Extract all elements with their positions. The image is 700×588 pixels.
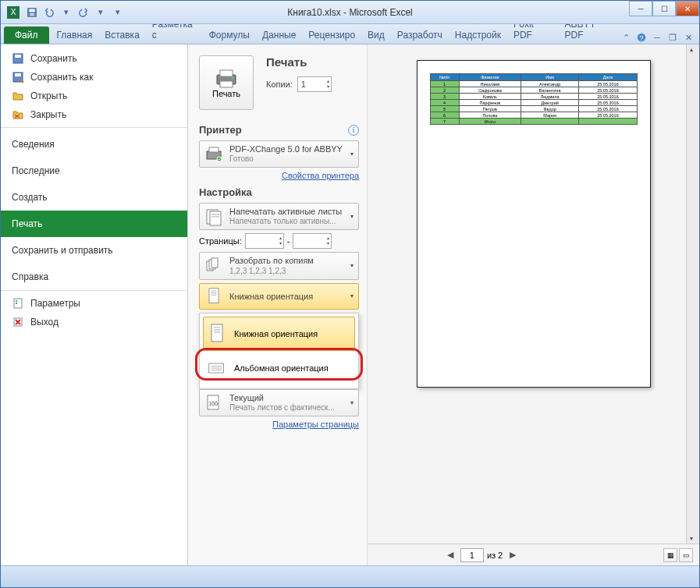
workbook-close-icon[interactable]: ✕ bbox=[682, 31, 695, 44]
printer-small-icon bbox=[204, 145, 223, 164]
ribbon-tabs: Файл Главная Вставка Разметка с Формулы … bbox=[1, 24, 699, 44]
save-icon[interactable] bbox=[24, 5, 40, 20]
page-setup-link[interactable]: Параметры страницы bbox=[199, 420, 359, 429]
print-preview-panel: №п/пФамилияИмяДата 1НиколаевАлександр25.… bbox=[368, 44, 699, 565]
prev-page-button[interactable]: ◀ bbox=[443, 548, 457, 562]
sheets-icon bbox=[204, 207, 223, 226]
sidebar-recent[interactable]: Последние bbox=[1, 158, 187, 184]
print-title: Печать bbox=[266, 55, 332, 69]
collate-icon bbox=[204, 257, 223, 275]
sidebar-open[interactable]: Открыть bbox=[1, 87, 187, 105]
redo-dropdown-icon[interactable]: ▾ bbox=[93, 5, 108, 20]
pages-from-input[interactable] bbox=[245, 233, 284, 249]
svg-rect-30 bbox=[211, 258, 218, 267]
svg-rect-13 bbox=[16, 303, 17, 304]
chevron-down-icon: ▾ bbox=[350, 151, 354, 158]
svg-rect-31 bbox=[209, 288, 219, 303]
sidebar-exit[interactable]: Выход bbox=[1, 313, 187, 331]
orientation-selector[interactable]: Книжная ориентация ▾ bbox=[199, 283, 359, 310]
svg-rect-25 bbox=[210, 211, 221, 225]
svg-rect-35 bbox=[211, 324, 222, 342]
preview-page: №п/пФамилияИмяДата 1НиколаевАлександр25.… bbox=[417, 60, 651, 388]
sidebar-send[interactable]: Сохранить и отправить bbox=[1, 237, 187, 264]
svg-rect-1 bbox=[30, 9, 35, 12]
tab-review[interactable]: Рецензиро bbox=[302, 27, 361, 44]
undo-icon[interactable] bbox=[41, 5, 57, 20]
help-icon[interactable]: ? bbox=[635, 31, 648, 44]
tab-addins[interactable]: Надстройк bbox=[449, 27, 507, 44]
orientation-landscape-option[interactable]: Альбомная ориентация bbox=[203, 351, 355, 385]
titlebar: X ▾ ▾ ▾ Книга10.xlsx - Microsoft Excel ─… bbox=[1, 1, 699, 24]
printer-properties-link[interactable]: Свойства принтера bbox=[199, 171, 359, 180]
sidebar-new[interactable]: Создать bbox=[1, 184, 187, 211]
sidebar-save[interactable]: Сохранить bbox=[1, 49, 187, 68]
app-window: X ▾ ▾ ▾ Книга10.xlsx - Microsoft Excel ─… bbox=[0, 0, 700, 588]
tab-insert[interactable]: Вставка bbox=[98, 27, 146, 44]
printer-section-header: Принтерi bbox=[199, 124, 359, 136]
tab-view[interactable]: Вид bbox=[361, 27, 391, 44]
print-button[interactable]: Печать bbox=[199, 55, 254, 110]
copies-label: Копии: bbox=[266, 80, 293, 89]
tab-formulas[interactable]: Формулы bbox=[203, 27, 256, 44]
print-what-selector[interactable]: Напечатать активные листыНапечатать толь… bbox=[199, 203, 359, 230]
backstage-main: Печать Печать Копии: 1 Принтерi PDF-XCha… bbox=[188, 44, 699, 565]
printer-icon bbox=[214, 67, 239, 89]
collate-selector[interactable]: Разобрать по копиям1,2,3 1,2,3 1,2,3 ▾ bbox=[199, 252, 359, 279]
svg-text:100: 100 bbox=[208, 401, 218, 406]
svg-rect-11 bbox=[14, 299, 22, 308]
scaling-icon: 100 bbox=[204, 393, 223, 412]
quick-access-toolbar: ▾ ▾ ▾ bbox=[24, 5, 126, 20]
svg-rect-22 bbox=[209, 147, 219, 152]
next-page-button[interactable]: ▶ bbox=[506, 548, 520, 562]
status-bar bbox=[1, 565, 699, 587]
workbook-restore-icon[interactable]: ❐ bbox=[666, 31, 679, 44]
svg-rect-6 bbox=[15, 55, 21, 58]
sidebar-help[interactable]: Справка bbox=[1, 264, 187, 291]
backstage: Сохранить Сохранить как Открыть Закрыть … bbox=[1, 44, 699, 565]
scaling-selector[interactable]: 100 ТекущийПечать листов с фактическ... … bbox=[199, 389, 359, 416]
page-number-input[interactable] bbox=[460, 548, 484, 562]
minimize-button[interactable]: ─ bbox=[629, 1, 652, 16]
redo-icon[interactable] bbox=[76, 5, 91, 20]
tab-developer[interactable]: Разработч bbox=[391, 27, 449, 44]
sidebar-save-as[interactable]: Сохранить как bbox=[1, 68, 187, 87]
sidebar-options[interactable]: Параметры bbox=[1, 294, 187, 313]
info-icon[interactable]: i bbox=[348, 125, 359, 136]
orientation-dropdown: Книжная ориентация Альбомная ориентация bbox=[199, 313, 359, 389]
chevron-down-icon: ▾ bbox=[350, 292, 354, 299]
preview-table: №п/пФамилияИмяДата 1НиколаевАлександр25.… bbox=[430, 73, 638, 125]
orientation-portrait-option[interactable]: Книжная ориентация bbox=[203, 317, 355, 351]
page-total-label: из 2 bbox=[487, 551, 503, 560]
vertical-scrollbar[interactable] bbox=[686, 44, 699, 544]
svg-rect-18 bbox=[220, 70, 233, 76]
tab-home[interactable]: Главная bbox=[51, 27, 99, 44]
ribbon-minimize-icon[interactable]: ⌃ bbox=[620, 31, 632, 44]
chevron-down-icon: ▾ bbox=[350, 213, 354, 220]
workbook-minimize-icon[interactable]: ─ bbox=[651, 31, 663, 44]
settings-section-header: Настройка bbox=[199, 186, 359, 198]
close-button[interactable]: ✕ bbox=[676, 1, 699, 16]
qat-customize-icon[interactable]: ▾ bbox=[110, 5, 126, 20]
svg-rect-19 bbox=[220, 81, 233, 87]
copies-input[interactable]: 1 bbox=[297, 76, 332, 92]
sidebar-close[interactable]: Закрыть bbox=[1, 105, 187, 128]
portrait-icon bbox=[208, 323, 226, 345]
zoom-to-page-button[interactable]: ▭ bbox=[679, 548, 693, 562]
chevron-down-icon: ▾ bbox=[350, 399, 354, 406]
chevron-down-icon: ▾ bbox=[350, 262, 354, 269]
pages-to-input[interactable] bbox=[293, 233, 332, 249]
preview-footer: ◀ из 2 ▶ ▦ ▭ bbox=[368, 544, 699, 565]
sidebar-info[interactable]: Сведения bbox=[1, 131, 187, 158]
preview-area: №п/пФамилияИмяДата 1НиколаевАлександр25.… bbox=[368, 44, 699, 544]
printer-selector[interactable]: PDF-XChange 5.0 for ABBYYГотово ▾ bbox=[199, 140, 359, 168]
file-tab[interactable]: Файл bbox=[4, 27, 49, 44]
undo-dropdown-icon[interactable]: ▾ bbox=[59, 5, 74, 20]
svg-rect-2 bbox=[30, 12, 34, 16]
print-settings-panel: Печать Печать Копии: 1 Принтерi PDF-XCha… bbox=[188, 44, 368, 565]
sidebar-print[interactable]: Печать bbox=[1, 211, 187, 237]
window-controls: ─ ☐ ✕ bbox=[629, 1, 699, 16]
maximize-button[interactable]: ☐ bbox=[652, 1, 676, 16]
show-margins-button[interactable]: ▦ bbox=[663, 548, 677, 562]
window-title: Книга10.xlsx - Microsoft Excel bbox=[287, 7, 412, 18]
tab-data[interactable]: Данные bbox=[256, 27, 302, 44]
